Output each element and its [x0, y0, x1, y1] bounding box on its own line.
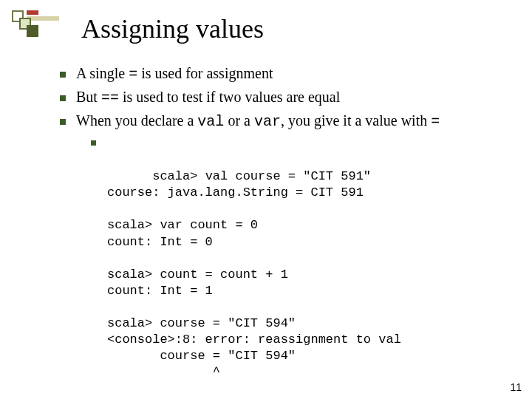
- bullet-1: A single = is used for assignment: [55, 64, 510, 84]
- code-text: scala> val course = "CIT 591" course: ja…: [107, 169, 401, 379]
- page-number: 11: [510, 381, 522, 393]
- sub-bullet-icon: [91, 140, 96, 146]
- equals-sign: =: [129, 66, 137, 83]
- text: A single: [76, 65, 129, 81]
- equals-sign: =: [431, 113, 440, 130]
- text: , you give it a value with: [281, 112, 431, 129]
- val-keyword: val: [197, 113, 224, 130]
- text: When you declare a: [76, 112, 197, 129]
- var-keyword: var: [254, 113, 281, 130]
- slide-body: A single = is used for assignment But ==…: [55, 64, 510, 399]
- text: is used to test if two values are equal: [119, 89, 340, 105]
- text: or a: [224, 112, 254, 129]
- logo: [12, 10, 55, 38]
- bullet-3: When you declare a val or a var, you giv…: [55, 111, 510, 132]
- text: is used for assignment: [137, 65, 273, 81]
- slide: Assigning values A single = is used for …: [0, 0, 532, 399]
- text: But: [76, 89, 101, 105]
- bullet-2: But == is used to test if two values are…: [55, 87, 510, 108]
- double-equals: ==: [101, 89, 119, 106]
- code-example: scala> val course = "CIT 591" course: ja…: [107, 136, 510, 398]
- slide-title: Assigning values: [81, 13, 264, 44]
